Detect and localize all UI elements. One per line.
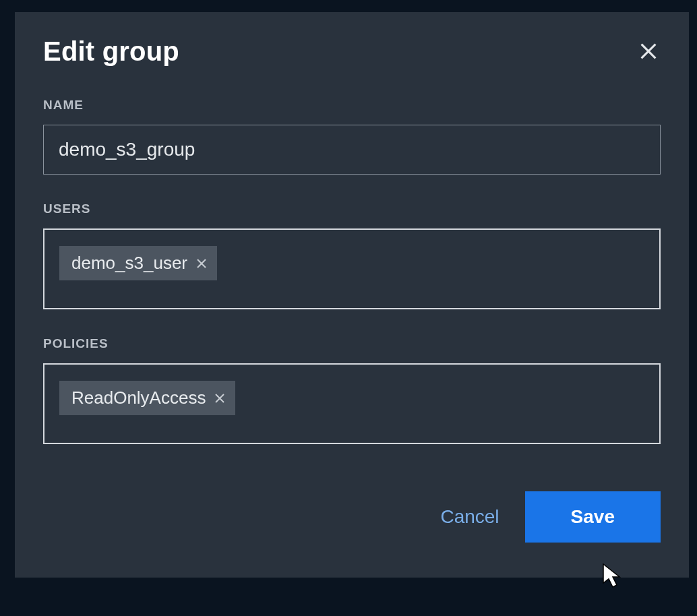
edit-group-modal: Edit group NAME USERS demo_s3_user POLIC…: [15, 12, 689, 578]
policies-label: POLICIES: [43, 336, 661, 351]
user-tag: demo_s3_user: [59, 246, 217, 280]
modal-header: Edit group: [43, 36, 661, 67]
users-field-section: USERS demo_s3_user: [43, 202, 661, 309]
users-input[interactable]: demo_s3_user: [43, 228, 661, 309]
policy-tag-label: ReadOnlyAccess: [71, 388, 206, 408]
users-label: USERS: [43, 202, 661, 216]
cancel-button[interactable]: Cancel: [440, 506, 499, 528]
close-icon: [639, 42, 658, 61]
modal-footer: Cancel Save: [43, 491, 661, 543]
remove-policy-button[interactable]: [215, 394, 224, 403]
name-input[interactable]: [43, 125, 661, 175]
name-field-section: NAME: [43, 98, 661, 175]
policies-input[interactable]: ReadOnlyAccess: [43, 363, 661, 444]
policies-field-section: POLICIES ReadOnlyAccess: [43, 336, 661, 444]
modal-title: Edit group: [43, 36, 179, 67]
remove-user-button[interactable]: [197, 259, 206, 268]
close-button[interactable]: [636, 39, 661, 63]
save-button[interactable]: Save: [525, 491, 661, 543]
name-label: NAME: [43, 98, 661, 113]
close-icon: [215, 394, 224, 403]
user-tag-label: demo_s3_user: [71, 253, 187, 274]
close-icon: [197, 259, 206, 268]
policy-tag: ReadOnlyAccess: [59, 381, 235, 415]
